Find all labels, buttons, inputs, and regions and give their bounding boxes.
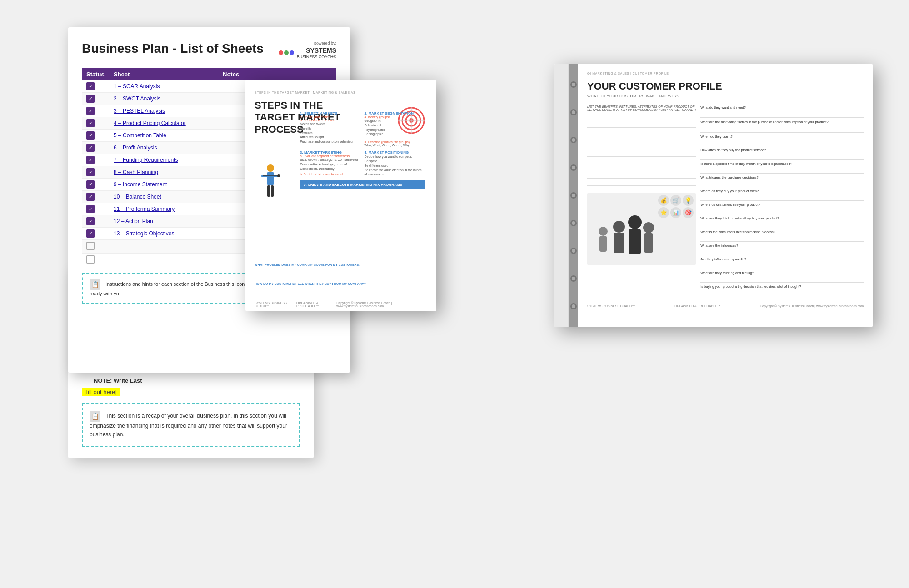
- col-status: Status: [86, 71, 114, 78]
- step-4-block: 4. MARKET POSITIONING Decide how you wan…: [365, 150, 425, 177]
- archer-illustration: [255, 164, 286, 204]
- hint-icon: 📋: [90, 279, 100, 290]
- step-3-block: 3. MARKET TARGETING a. Evaluate segment …: [300, 150, 361, 177]
- svg-rect-21: [644, 233, 653, 253]
- footer-brand-steps: SYSTEMS BUSINESS COACH™: [255, 301, 296, 308]
- icon-item-5: 📊: [670, 207, 681, 218]
- customer-breadcrumb: 64 MARKETING & SALES | CUSTOMER PROFILE: [587, 72, 864, 75]
- step-5-label: 5. CREATE AND EXECUTE MARKETING MIX PROG…: [304, 183, 402, 187]
- check-icon: ✓: [86, 131, 95, 140]
- q-14: Is buying your product a big decision th…: [700, 284, 864, 289]
- sheet-link-5[interactable]: 5 – Competition Table: [114, 132, 223, 139]
- intro-text: LIST THE BENEFITS, FEATURES, ATTRIBUTES …: [587, 105, 696, 111]
- logo-circle-green: [284, 50, 289, 55]
- sheet-link-1[interactable]: 1 – SOAR Analysis: [114, 83, 223, 90]
- answer-line: [700, 127, 864, 133]
- svg-point-16: [613, 221, 625, 233]
- binding-ring: [570, 248, 577, 254]
- answer-line: [700, 236, 864, 242]
- q-7: Where do they buy your product from?: [700, 189, 864, 193]
- answer-line: [700, 168, 864, 174]
- writing-line: [587, 150, 696, 157]
- answer-line: [700, 223, 864, 228]
- footer-copy-customer: ORGANISED & PROFITABLE™: [674, 304, 720, 308]
- sheet-link-12[interactable]: 12 – Action Plan: [114, 218, 223, 224]
- check-icon: ✓: [86, 180, 95, 189]
- binding-ring: [570, 81, 577, 88]
- customer-title: YOUR CUSTOMER PROFILE: [587, 80, 864, 92]
- step-1-item-b: b. Understand customers: [300, 119, 361, 122]
- steps-booklet: STEPS IN THE TARGET MARKET | MARKETING &…: [245, 80, 436, 311]
- check-icon: ✓: [86, 107, 95, 115]
- binding-ring: [570, 192, 577, 199]
- writing-line: [587, 165, 696, 171]
- svg-rect-19: [629, 229, 641, 254]
- svg-rect-4: [267, 185, 270, 197]
- questions-col: What do they want and need? What are the…: [700, 105, 864, 298]
- breadcrumb: STEPS IN THE TARGET MARKET | MARKETING &…: [255, 91, 427, 94]
- answer-line: [700, 182, 864, 187]
- binding-ring: [570, 164, 577, 171]
- customer-content: LIST THE BENEFITS, FEATURES, ATTRIBUTES …: [587, 105, 864, 298]
- icon-items: 💰 🛒 💡 ⭐ 📊 🎯: [658, 195, 694, 218]
- scene: Business Plan - List of Sheets powered b…: [0, 0, 909, 588]
- logo-circle-red: [279, 50, 283, 55]
- info-icon: 📋: [90, 411, 100, 422]
- step-2-item-a: a. Identify groups!: [365, 115, 425, 119]
- customer-profile-booklet: 64 MARKETING & SALES | CUSTOMER PROFILE …: [554, 64, 873, 327]
- step-1-num: 1. SELECT MARKETS: [300, 111, 361, 115]
- book-binding: [569, 64, 578, 327]
- binding-ring: [570, 109, 577, 115]
- sheet-link-9[interactable]: 9 – Income Statement: [114, 181, 223, 188]
- steps-footer: SYSTEMS BUSINESS COACH™ ORGANISED & PROF…: [255, 301, 427, 308]
- q-2: What are the motivating factors in the p…: [700, 120, 864, 125]
- svg-point-20: [643, 222, 654, 233]
- check-icon: ✓: [86, 229, 95, 238]
- q-5: Is there a specific time of day, month o…: [700, 162, 864, 166]
- sheet-link-13[interactable]: 13 – Strategic Objectives: [114, 230, 223, 237]
- check-icon: ✓: [86, 95, 95, 103]
- question-1-label: WHAT PROBLEM DOES MY COMPANY SOLVE FOR M…: [255, 263, 427, 266]
- customer-footer: SYSTEMS BUSINESS COACH™ ORGANISED & PROF…: [587, 302, 864, 308]
- answer-line: [700, 112, 864, 118]
- doc-title: Business Plan - List of Sheets: [82, 41, 264, 56]
- q-1: What do they want and need?: [700, 105, 864, 110]
- sheet-link-11[interactable]: 11 – Pro forma Summary: [114, 206, 223, 212]
- logo-brand-text: SYSTEMS: [306, 47, 336, 54]
- sheet-link-2[interactable]: 2 – SWOT Analysis: [114, 95, 223, 102]
- icon-item-4: ⭐: [658, 207, 669, 218]
- step-3-details: Size, Growth, Strategic fit, Competitive…: [300, 158, 361, 171]
- sheet-link-3[interactable]: 3 – PESTEL Analysis: [114, 108, 223, 114]
- svg-point-0: [267, 164, 274, 172]
- logo-circle-blue: [290, 50, 294, 55]
- questions-section: WHAT PROBLEM DOES MY COMPANY SOLVE FOR M…: [255, 263, 427, 293]
- svg-point-14: [599, 227, 608, 236]
- answer-line-3: [255, 287, 427, 292]
- steps-grid: 1. SELECT MARKETS a. Define your market …: [300, 111, 425, 189]
- sheet-link-7[interactable]: 7 – Funding Requirements: [114, 157, 223, 163]
- answer-line: [700, 264, 864, 269]
- sheet-link-6[interactable]: 6 – Profit Analysis: [114, 145, 223, 151]
- logo-icon-circles: [279, 50, 294, 55]
- answer-line: [700, 154, 864, 160]
- q-11: What are the influences?: [700, 244, 864, 248]
- writing-line: [587, 158, 696, 164]
- footer-copy-steps: ORGANISED & PROFITABLE™: [296, 301, 336, 308]
- check-icon: ✓: [86, 217, 95, 225]
- step-3-item-a: a. Evaluate segment attractiveness: [300, 154, 361, 158]
- customer-illustration: 💰 🛒 💡 ⭐ 📊 🎯: [587, 193, 696, 265]
- sheet-link-8[interactable]: 8 – Cash Planning: [114, 169, 223, 175]
- sheet-link-10[interactable]: 10 – Balance Sheet: [114, 194, 223, 200]
- check-icon: ✓: [86, 82, 95, 90]
- writing-line: [587, 114, 696, 120]
- sheet-link-4[interactable]: 4 – Product Pricing Calculator: [114, 120, 223, 126]
- fill-out-label: [fill out here]: [82, 388, 120, 396]
- check-icon: ✓: [86, 205, 95, 213]
- step-2-who: Who, What, When, Where, Why: [365, 144, 425, 147]
- exec-note: NOTE: Write Last: [94, 377, 300, 384]
- q-12: Are they influenced by media?: [700, 257, 864, 261]
- q-9: What are they thinking when they buy you…: [700, 216, 864, 220]
- check-icon: ✓: [86, 168, 95, 176]
- question-2-label: HOW DO MY CUSTOMERS FEEL WHEN THEY BUY F…: [255, 282, 427, 285]
- check-icon: ✓: [86, 119, 95, 127]
